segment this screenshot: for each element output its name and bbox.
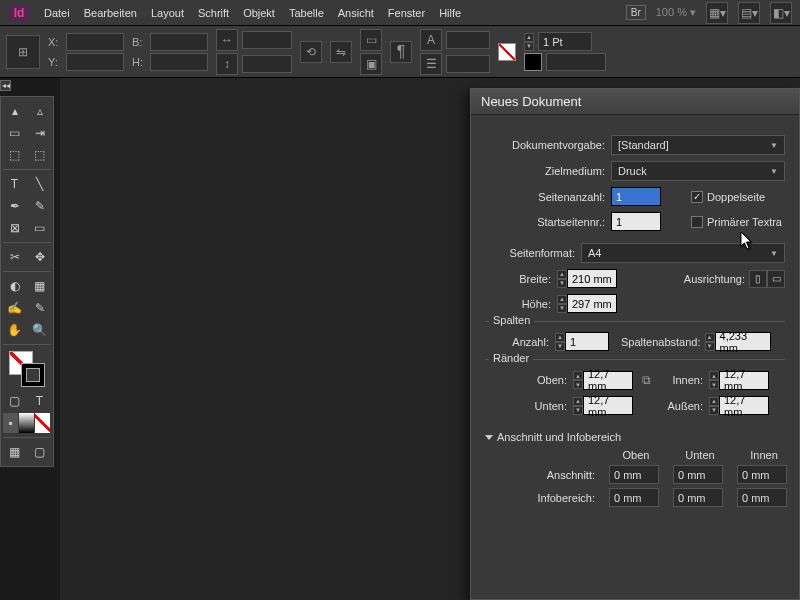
slug-top-input[interactable]: 0 mm [609, 488, 659, 507]
rotate-icon[interactable]: ⟲ [300, 41, 322, 63]
direct-selection-tool[interactable]: ▵ [28, 101, 51, 121]
stroke-down[interactable]: ▼ [524, 42, 534, 51]
apply-none-icon[interactable] [35, 413, 50, 433]
stroke-color[interactable] [21, 363, 45, 387]
menu-schrift[interactable]: Schrift [198, 7, 229, 19]
slug-bottom-input[interactable]: 0 mm [673, 488, 723, 507]
intent-select[interactable]: Druck▼ [611, 161, 785, 181]
top-up[interactable]: ▲ [573, 371, 583, 380]
y-input[interactable] [66, 53, 124, 71]
flip-h-icon[interactable]: ⇋ [330, 41, 352, 63]
menu-objekt[interactable]: Objekt [243, 7, 275, 19]
gutter-up[interactable]: ▲ [705, 333, 715, 342]
gutter-input[interactable]: 4,233 mm [715, 332, 771, 351]
container-format-icon[interactable]: ▢ [3, 391, 26, 411]
menu-layout[interactable]: Layout [151, 7, 184, 19]
colnum-up[interactable]: ▲ [555, 333, 565, 342]
gutter-down[interactable]: ▼ [705, 342, 715, 351]
slug-inside-input[interactable]: 0 mm [737, 488, 787, 507]
type-tool[interactable]: T [3, 174, 26, 194]
startpg-input[interactable]: 1 [611, 212, 661, 231]
zoom-tool[interactable]: 🔍 [28, 320, 51, 340]
menu-hilfe[interactable]: Hilfe [439, 7, 461, 19]
orient-landscape[interactable]: ▭ [767, 270, 785, 288]
inside-down[interactable]: ▼ [709, 380, 719, 389]
link-margins-icon[interactable]: ⧉ [639, 370, 653, 390]
apply-color-icon[interactable]: ▪ [3, 413, 18, 433]
preview-view-icon[interactable]: ▢ [28, 442, 51, 462]
inside-up[interactable]: ▲ [709, 371, 719, 380]
menu-ansicht[interactable]: Ansicht [338, 7, 374, 19]
char-style-icon[interactable]: A [420, 29, 442, 51]
fill-swatch[interactable] [498, 43, 516, 61]
menu-fenster[interactable]: Fenster [388, 7, 425, 19]
height-down[interactable]: ▼ [557, 304, 567, 313]
gap-tool[interactable]: ⇥ [28, 123, 51, 143]
width-input[interactable]: 210 mm [567, 269, 617, 288]
normal-view-icon[interactable]: ▦ [3, 442, 26, 462]
bottom-down[interactable]: ▼ [573, 406, 583, 415]
bottom-input[interactable]: 12,7 mm [583, 396, 633, 415]
rectangle-frame-tool[interactable]: ⊠ [3, 218, 26, 238]
bottom-up[interactable]: ▲ [573, 397, 583, 406]
container-icon[interactable]: ▭ [360, 29, 382, 51]
scale-y-icon[interactable]: ↕ [216, 53, 238, 75]
paragraph-icon[interactable]: ¶ [390, 41, 412, 63]
pages-input[interactable]: 1 [611, 187, 661, 206]
height-up[interactable]: ▲ [557, 295, 567, 304]
page-tool[interactable]: ▭ [3, 123, 26, 143]
width-down[interactable]: ▼ [557, 279, 567, 288]
x-input[interactable] [66, 33, 124, 51]
selection-tool[interactable]: ▴ [3, 101, 26, 121]
inside-input[interactable]: 12,7 mm [719, 371, 769, 390]
top-down[interactable]: ▼ [573, 380, 583, 389]
stroke-weight-input[interactable]: 1 Pt [538, 32, 592, 51]
content-icon[interactable]: ▣ [360, 53, 382, 75]
fill-stroke-control[interactable] [9, 351, 45, 387]
primary-checkbox[interactable] [691, 216, 703, 228]
preset-select[interactable]: [Standard]▼ [611, 135, 785, 155]
bridge-button[interactable]: Br [626, 5, 646, 20]
apply-gradient-icon[interactable] [19, 413, 34, 433]
screen-mode-icon[interactable]: ▦▾ [706, 2, 728, 24]
gradient-swatch-tool[interactable]: ◐ [3, 276, 26, 296]
bleed-top-input[interactable]: 0 mm [609, 465, 659, 484]
note-tool[interactable]: ✍ [3, 298, 26, 318]
line-tool[interactable]: ╲ [28, 174, 51, 194]
reference-point-icon[interactable]: ⊞ [6, 35, 40, 69]
h-input[interactable] [150, 53, 208, 71]
menu-bearbeiten[interactable]: Bearbeiten [84, 7, 137, 19]
pen-tool[interactable]: ✒ [3, 196, 26, 216]
view-options-icon[interactable]: ▤▾ [738, 2, 760, 24]
para-style-icon[interactable]: ☰ [420, 53, 442, 75]
colnum-input[interactable]: 1 [565, 332, 609, 351]
scissors-tool[interactable]: ✂ [3, 247, 26, 267]
height-input[interactable]: 297 mm [567, 294, 617, 313]
top-input[interactable]: 12,7 mm [583, 371, 633, 390]
content-placer-tool[interactable]: ⬚ [28, 145, 51, 165]
pencil-tool[interactable]: ✎ [28, 196, 51, 216]
menu-tabelle[interactable]: Tabelle [289, 7, 324, 19]
zoom-level[interactable]: 100 % ▾ [656, 6, 696, 19]
colnum-down[interactable]: ▼ [555, 342, 565, 351]
outside-up[interactable]: ▲ [709, 397, 719, 406]
rectangle-tool[interactable]: ▭ [28, 218, 51, 238]
pagesize-select[interactable]: A4▼ [581, 243, 785, 263]
para-style-input[interactable] [446, 55, 490, 73]
bleed-inside-input[interactable]: 0 mm [737, 465, 787, 484]
scale-x-icon[interactable]: ↔ [216, 29, 238, 51]
gradient-feather-tool[interactable]: ▦ [28, 276, 51, 296]
facing-checkbox[interactable]: ✓ [691, 191, 703, 203]
scale-x-input[interactable] [242, 31, 292, 49]
w-input[interactable] [150, 33, 208, 51]
char-style-input[interactable] [446, 31, 490, 49]
stroke-up[interactable]: ▲ [524, 33, 534, 42]
outside-down[interactable]: ▼ [709, 406, 719, 415]
outside-input[interactable]: 12,7 mm [719, 396, 769, 415]
menu-datei[interactable]: Datei [44, 7, 70, 19]
text-format-icon[interactable]: T [28, 391, 51, 411]
disclosure-triangle-icon[interactable] [485, 435, 493, 440]
hand-tool[interactable]: ✋ [3, 320, 26, 340]
arrange-icon[interactable]: ◧▾ [770, 2, 792, 24]
stroke-swatch[interactable] [524, 53, 542, 71]
